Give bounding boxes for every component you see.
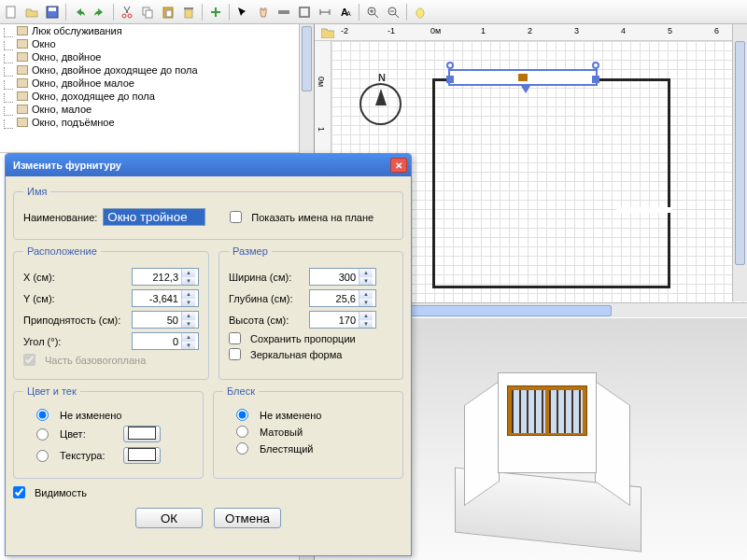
color-unchanged-radio[interactable] xyxy=(36,409,49,421)
tree-item[interactable]: Окно, двойное xyxy=(0,50,314,63)
separator xyxy=(65,4,66,21)
tree-item[interactable]: Окно, двойное малое xyxy=(0,77,314,90)
furniture-icon xyxy=(17,65,28,75)
window-center-icon xyxy=(518,74,528,81)
dialog-title: Изменить фурнитуру xyxy=(9,160,390,171)
scrollbar-thumb[interactable] xyxy=(735,41,745,265)
name-input[interactable] xyxy=(103,208,205,226)
y-spinner[interactable]: ▲▼ xyxy=(132,289,199,307)
selected-window-object[interactable] xyxy=(448,69,598,86)
spin-down-icon[interactable]: ▼ xyxy=(182,277,195,286)
new-icon[interactable] xyxy=(2,3,21,21)
svg-point-17 xyxy=(416,8,424,18)
radio-label: Блестящий xyxy=(260,443,313,455)
angle-spinner[interactable]: ▲▼ xyxy=(132,332,199,350)
ok-button[interactable]: ОК xyxy=(135,508,203,528)
resize-handle[interactable] xyxy=(592,76,599,83)
x-spinner[interactable]: ▲▼ xyxy=(132,268,199,286)
shiny-radio[interactable] xyxy=(236,442,248,455)
rotate-handle[interactable] xyxy=(592,62,599,69)
spin-down-icon[interactable]: ▼ xyxy=(182,320,195,329)
resize-handle[interactable] xyxy=(446,76,454,83)
zoom-out-icon[interactable] xyxy=(384,3,402,21)
zoom-in-icon[interactable] xyxy=(363,3,382,21)
shine-unchanged-radio[interactable] xyxy=(236,409,248,421)
visibility-checkbox[interactable] xyxy=(13,486,25,498)
depth-spinner[interactable]: ▲▼ xyxy=(309,289,376,307)
spin-down-icon[interactable]: ▼ xyxy=(359,277,373,286)
open-icon[interactable] xyxy=(22,3,41,21)
angle-label: Угол (°): xyxy=(23,336,126,347)
tree-item-label: Окно, доходящее до пола xyxy=(32,91,155,102)
tree-item[interactable]: Окно, двойное доходящее до пола xyxy=(0,63,314,77)
wall-icon[interactable] xyxy=(275,3,293,21)
color-swatch xyxy=(128,427,156,440)
spin-up-icon[interactable]: ▲ xyxy=(359,312,373,320)
texture-picker-button[interactable] xyxy=(123,447,161,464)
spin-up-icon[interactable]: ▲ xyxy=(182,269,195,277)
spin-down-icon[interactable]: ▼ xyxy=(359,299,373,307)
tree-scrollbar[interactable] xyxy=(299,24,314,153)
show-on-plan-checkbox[interactable] xyxy=(230,211,242,223)
undo-icon[interactable] xyxy=(70,3,89,21)
spin-down-icon[interactable]: ▼ xyxy=(182,299,195,307)
text-icon[interactable]: AA xyxy=(336,3,355,21)
pan-icon[interactable] xyxy=(254,3,273,21)
cancel-button[interactable]: Отмена xyxy=(214,508,281,528)
cut-icon[interactable] xyxy=(118,3,136,21)
dialog-titlebar[interactable]: Изменить фурнитуру ✕ xyxy=(6,154,411,176)
compass-icon xyxy=(359,83,402,125)
spin-up-icon[interactable]: ▲ xyxy=(182,333,195,342)
layers-icon[interactable] xyxy=(318,25,337,40)
room-icon[interactable] xyxy=(295,3,314,21)
separator xyxy=(406,4,407,21)
save-icon[interactable] xyxy=(43,3,62,21)
svg-point-3 xyxy=(122,14,126,18)
spin-up-icon[interactable]: ▲ xyxy=(182,290,195,299)
radio-label: Матовый xyxy=(260,427,303,438)
width-label: Ширина (см): xyxy=(229,272,303,283)
room-walls[interactable] xyxy=(432,78,670,288)
delete-icon[interactable] xyxy=(179,3,198,21)
select-icon[interactable] xyxy=(233,3,252,21)
help-icon[interactable] xyxy=(411,3,430,21)
tree-item[interactable]: Окно xyxy=(0,37,314,50)
plan-v-scrollbar[interactable] xyxy=(732,24,747,301)
copy-icon[interactable] xyxy=(138,3,157,21)
furniture-icon xyxy=(17,105,28,114)
elevation-spinner[interactable]: ▲▼ xyxy=(132,311,199,329)
size-group: Размер Ширина (см):▲▼ Глубина (см):▲▼ Вы… xyxy=(218,245,403,380)
mirror-checkbox[interactable] xyxy=(229,348,241,360)
matte-radio[interactable] xyxy=(236,426,248,438)
close-icon[interactable]: ✕ xyxy=(390,158,407,173)
spin-down-icon[interactable]: ▼ xyxy=(182,342,195,350)
tree-item[interactable]: Окно, подъёмное xyxy=(0,116,314,129)
spin-up-icon[interactable]: ▲ xyxy=(359,290,373,299)
paste-icon[interactable] xyxy=(159,3,177,21)
tree-item-label: Окно, двойное доходящее до пола xyxy=(32,64,198,76)
rotate-handle[interactable] xyxy=(446,62,454,69)
texture-radio[interactable] xyxy=(36,450,49,462)
spin-up-icon[interactable]: ▲ xyxy=(182,312,195,320)
spin-up-icon[interactable]: ▲ xyxy=(359,269,373,277)
furniture-icon xyxy=(17,26,28,35)
height-spinner[interactable]: ▲▼ xyxy=(309,311,376,329)
tree-item[interactable]: Окно, малое xyxy=(0,103,314,116)
location-group: Расположение X (см):▲▼ Y (см):▲▼ Приподн… xyxy=(13,245,209,380)
tree-item-label: Окно, подъёмное xyxy=(32,117,115,128)
color-picker-button[interactable] xyxy=(123,426,161,442)
separator xyxy=(113,4,114,21)
tree-item[interactable]: Люк обслуживания xyxy=(0,24,314,37)
width-spinner[interactable]: ▲▼ xyxy=(309,268,376,286)
spin-down-icon[interactable]: ▼ xyxy=(359,320,373,329)
group-label: Блеск xyxy=(223,385,259,397)
tree-item[interactable]: Окно, доходящее до пола xyxy=(0,90,314,103)
furniture-icon xyxy=(17,91,28,101)
color-radio[interactable] xyxy=(36,428,49,441)
dimension-icon[interactable] xyxy=(316,3,334,21)
scrollbar-thumb[interactable] xyxy=(302,26,312,91)
add-furniture-icon[interactable] xyxy=(206,3,225,21)
keep-proportions-checkbox[interactable] xyxy=(229,332,241,344)
redo-icon[interactable] xyxy=(91,3,109,21)
furniture-tree[interactable]: Люк обслуживания Окно Окно, двойное Окно… xyxy=(0,24,314,153)
